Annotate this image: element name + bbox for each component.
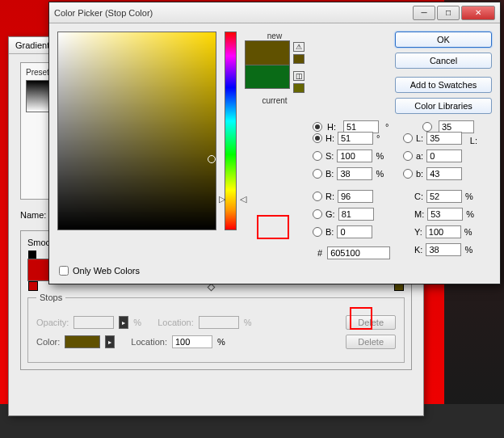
hue-slider[interactable]: ▷◁ (225, 32, 237, 230)
hue-indicator[interactable]: ▷◁ (219, 194, 246, 204)
add-swatches-button[interactable]: Add to Swatches (395, 77, 492, 93)
location-label: Location: (131, 337, 167, 347)
websafe-swatch[interactable] (293, 83, 304, 93)
radio-s[interactable] (313, 151, 322, 161)
stops-group: Stops Opacity: ▸ % Location: % Delete Co… (27, 293, 405, 363)
gamut-warning-icon[interactable]: ⚠ (293, 42, 304, 52)
highlight-box-hue (257, 215, 289, 239)
color-libraries-button[interactable]: Color Libraries (395, 98, 492, 114)
opacity-input (74, 316, 114, 329)
titlebar[interactable]: Color Picker (Stop Color) ─ □ ✕ (49, 2, 500, 23)
h-input[interactable] (338, 132, 373, 145)
s-input[interactable] (337, 150, 372, 162)
opacity-label: Opacity: (36, 318, 69, 327)
maximize-button[interactable]: □ (437, 6, 460, 20)
only-web-colors-checkbox[interactable] (59, 266, 69, 276)
color-cursor[interactable] (208, 155, 216, 163)
bc-input[interactable] (337, 225, 372, 238)
radio-l[interactable] (422, 122, 432, 132)
radio-h[interactable] (313, 133, 322, 143)
hex-label: # (317, 248, 322, 258)
radio-b[interactable] (313, 169, 322, 179)
opacity-location-input (199, 316, 239, 329)
radio-a[interactable] (403, 151, 413, 161)
stops-legend: Stops (36, 293, 65, 302)
pct: % (217, 337, 225, 347)
close-button[interactable]: ✕ (461, 6, 495, 20)
color-stop-swatch[interactable] (65, 335, 100, 348)
color-label: Color: (36, 337, 60, 347)
k-input[interactable] (426, 243, 461, 256)
ok-button[interactable]: OK (395, 32, 492, 48)
dropdown-icon: ▸ (119, 316, 128, 329)
y-input[interactable] (426, 225, 461, 238)
a-input[interactable] (426, 150, 462, 162)
color-location-input[interactable] (172, 335, 212, 348)
minimize-button[interactable]: ─ (413, 6, 435, 20)
hex-input[interactable] (327, 246, 390, 259)
opacity-stop[interactable] (28, 251, 36, 259)
radio-l[interactable] (403, 133, 413, 143)
cancel-button[interactable]: Cancel (395, 53, 492, 69)
g-input[interactable] (338, 208, 374, 221)
m-input[interactable] (427, 208, 463, 221)
only-web-colors-label: Only Web Colors (73, 266, 140, 276)
dialog-title: Color Picker (Stop Color) (54, 8, 413, 18)
midpoint-diamond[interactable] (208, 284, 216, 292)
new-label: new (245, 32, 304, 40)
pct: % (133, 318, 141, 327)
ll-input[interactable] (426, 132, 462, 145)
radio-g[interactable] (313, 209, 322, 219)
location-label: Location: (158, 318, 194, 327)
radio-r[interactable] (313, 192, 322, 201)
websafe-warning-icon[interactable]: ◫ (293, 71, 304, 81)
radio-bb[interactable] (403, 169, 413, 179)
delete-color-button[interactable]: Delete (346, 335, 396, 349)
bv-input[interactable] (337, 167, 372, 180)
new-color-preview (245, 40, 290, 65)
b-input[interactable] (426, 167, 462, 180)
color-stop[interactable] (28, 281, 38, 291)
saturation-box[interactable] (57, 32, 216, 230)
dropdown-icon[interactable]: ▸ (105, 335, 115, 348)
radio-bc[interactable] (313, 227, 322, 237)
c-input[interactable] (426, 190, 462, 203)
name-label: Name: (20, 210, 46, 220)
color-picker-dialog: Color Picker (Stop Color) ─ □ ✕ ▷◁ new ⚠ (48, 2, 501, 284)
r-input[interactable] (338, 190, 373, 203)
highlight-box-stop (350, 307, 372, 330)
pct: % (244, 318, 252, 327)
current-label: current (245, 96, 304, 105)
gamut-swatch[interactable] (293, 54, 304, 64)
current-color-preview[interactable] (245, 65, 290, 89)
radio-h[interactable] (313, 122, 322, 132)
